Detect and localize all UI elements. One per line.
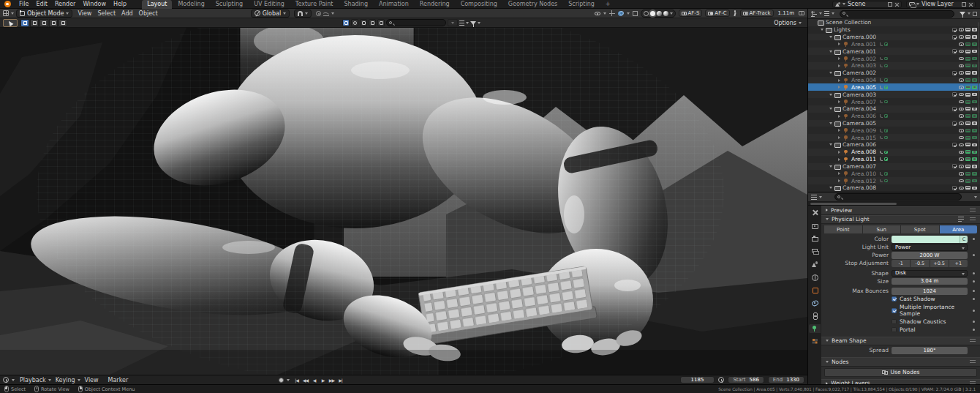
outliner-row[interactable]: Camera.000 — [808, 34, 980, 41]
hide-in-viewport-icon[interactable] — [959, 42, 964, 46]
checkbox-icon[interactable] — [952, 164, 957, 168]
expander-icon[interactable] — [837, 100, 841, 103]
restrict-select-toggle-icon[interactable] — [342, 19, 350, 26]
overlays-icon[interactable] — [618, 11, 624, 15]
outliner-row[interactable]: Camera.001 — [808, 48, 980, 55]
workspace-tab[interactable]: UV Editing — [249, 0, 290, 9]
disable-in-viewport-icon[interactable] — [965, 71, 970, 75]
disable-in-viewport-icon[interactable] — [965, 186, 970, 190]
expander-icon[interactable] — [837, 64, 841, 67]
hide-in-viewport-icon[interactable] — [959, 129, 964, 132]
tab-world[interactable] — [809, 273, 821, 282]
outliner-row[interactable]: Area.004 — [808, 77, 980, 84]
timeline-menu-item[interactable]: View — [83, 377, 106, 383]
workspace-tab[interactable]: Geometry Nodes — [503, 0, 562, 9]
hide-in-viewport-icon[interactable] — [959, 157, 964, 161]
disable-in-render-icon[interactable] — [972, 114, 977, 118]
menubar-item[interactable]: File — [15, 0, 32, 9]
disable-in-viewport-icon[interactable] — [965, 143, 970, 146]
material-shading-icon[interactable] — [657, 11, 662, 16]
expander-icon[interactable] — [837, 42, 841, 45]
expander-icon[interactable] — [829, 143, 832, 146]
select-extend-button[interactable] — [30, 19, 39, 27]
properties-editor-icon[interactable] — [811, 194, 817, 200]
workspace-tab[interactable]: Texture Paint — [290, 0, 339, 9]
disable-in-render-icon[interactable] — [972, 121, 977, 125]
animate-dot[interactable] — [973, 280, 975, 282]
expander-icon[interactable] — [829, 72, 832, 74]
light-type-button[interactable]: Point — [824, 225, 863, 233]
viewport-menu-item[interactable]: Object — [136, 10, 161, 17]
animate-dot[interactable] — [973, 321, 975, 323]
tab-object-data[interactable] — [809, 324, 821, 333]
new-view-layer-icon[interactable] — [962, 2, 966, 7]
stop-button[interactable]: -0.5 — [911, 260, 930, 267]
tab-render[interactable] — [809, 222, 821, 231]
disable-in-render-icon[interactable] — [972, 57, 977, 61]
expander-icon[interactable] — [837, 172, 841, 175]
filter-icon[interactable] — [960, 12, 965, 15]
use-nodes-button[interactable]: Use Nodes — [824, 368, 977, 377]
timeline-menu-item[interactable]: Playback — [18, 377, 53, 383]
workspace-tab[interactable]: Compositing — [456, 0, 502, 9]
animate-dot[interactable] — [973, 298, 975, 300]
expander-icon[interactable] — [837, 158, 841, 161]
light-type-button[interactable]: Spot — [901, 225, 940, 233]
hide-in-viewport-icon[interactable] — [959, 172, 964, 176]
viewport-menu-item[interactable]: View — [75, 10, 94, 17]
disable-in-render-icon[interactable] — [972, 151, 977, 154]
presets-icon[interactable] — [958, 217, 964, 222]
select-invert-button[interactable] — [49, 19, 58, 27]
expander-icon[interactable] — [829, 50, 832, 53]
display-mode-dropdown[interactable] — [459, 20, 469, 26]
workspace-tab[interactable]: + — [600, 0, 616, 9]
hide-in-viewport-icon[interactable] — [959, 179, 964, 183]
tab-object[interactable] — [809, 285, 821, 294]
outliner-row[interactable]: Camera.007 — [808, 163, 980, 171]
time-display-icon[interactable] — [718, 377, 724, 383]
auto-keying-button[interactable] — [279, 378, 284, 383]
menubar-item[interactable]: Edit — [32, 0, 51, 9]
checkbox-icon[interactable] — [952, 121, 957, 126]
hide-in-viewport-icon[interactable] — [959, 78, 964, 82]
disable-in-viewport-icon[interactable] — [965, 78, 970, 82]
printer-toggle-icon[interactable] — [377, 19, 385, 26]
shape-dropdown[interactable]: Disk — [892, 270, 968, 277]
disable-in-viewport-icon[interactable] — [965, 136, 970, 140]
current-frame-field[interactable]: 1185 — [680, 376, 715, 383]
checkbox-icon[interactable] — [952, 143, 957, 147]
disable-in-render-icon[interactable] — [972, 187, 977, 190]
visibility-icon[interactable] — [595, 12, 600, 15]
disable-in-render-icon[interactable] — [972, 100, 977, 104]
outliner-row[interactable]: Area.012 — [808, 177, 980, 184]
disable-in-render-icon[interactable] — [972, 42, 977, 46]
outliner-row[interactable]: Camera.006 — [808, 141, 980, 149]
animate-dot[interactable] — [973, 254, 975, 256]
physical-light-panel-header[interactable]: Physical Light — [821, 215, 980, 225]
light-type-button[interactable]: Area — [940, 225, 978, 233]
disable-in-render-icon[interactable] — [972, 136, 977, 140]
proportional-editing[interactable] — [316, 11, 334, 16]
expander-icon[interactable] — [837, 115, 841, 118]
preview-panel-header[interactable]: Preview — [821, 206, 980, 215]
animate-dot[interactable] — [973, 310, 975, 312]
beam-shape-panel-header[interactable]: Beam Shape — [821, 337, 980, 346]
display-mode-icon[interactable] — [824, 11, 829, 16]
hide-in-viewport-icon[interactable] — [959, 28, 964, 31]
disable-in-render-icon[interactable] — [972, 165, 977, 168]
disable-in-viewport-icon[interactable] — [965, 107, 970, 111]
timeline-editor-icon[interactable] — [3, 377, 9, 383]
jump-to-end-button[interactable]: ▶| — [336, 376, 344, 384]
stop-button[interactable]: +1 — [949, 260, 968, 267]
hide-in-viewport-icon[interactable] — [959, 114, 964, 118]
tab-view-layer[interactable] — [809, 247, 821, 256]
workspace-tab[interactable]: Sculpting — [211, 0, 248, 9]
walk-icon[interactable] — [733, 10, 737, 16]
max-bounces-field[interactable]: 1024 — [892, 288, 968, 295]
light-type-button[interactable]: Sun — [863, 225, 902, 233]
expander-icon[interactable] — [829, 94, 832, 96]
weight-layers-panel-header[interactable]: Weight Layers — [821, 379, 980, 385]
editor-type-icon[interactable] — [3, 10, 9, 16]
person-alt-toggle-icon[interactable] — [369, 19, 376, 26]
workspace-tab[interactable]: Modeling — [173, 0, 209, 9]
